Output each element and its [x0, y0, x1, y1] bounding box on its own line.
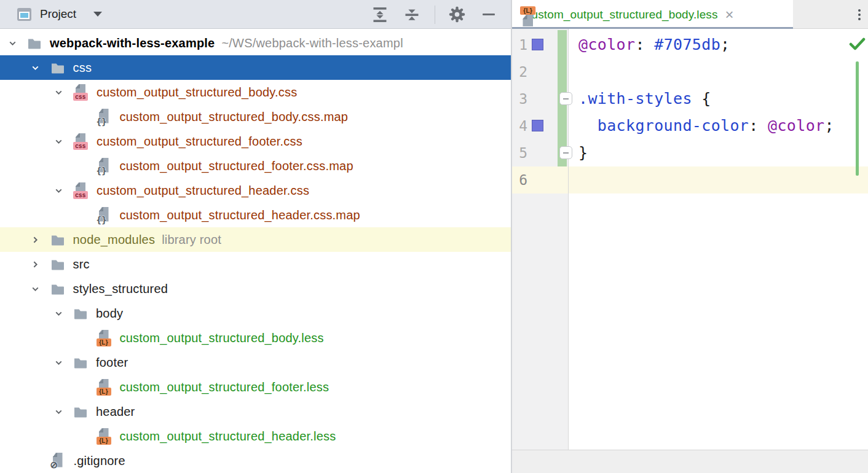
chevron-spacer — [74, 429, 89, 444]
tree-item-custom-output-structured-footer-css-map[interactable]: {}custom_output_structured_footer.css.ma… — [0, 154, 511, 178]
code-line-6[interactable] — [512, 166, 868, 194]
folder-icon — [73, 356, 87, 369]
tab-custom-output-structured-body-less[interactable]: {L} custom_output_structured_body.less × — [512, 0, 793, 29]
chevron-down-icon[interactable] — [51, 404, 66, 419]
chevron-down-icon[interactable] — [93, 12, 102, 17]
tree-item-label: header — [96, 405, 135, 419]
tree-item-label: body — [96, 307, 123, 321]
chevron-down-icon[interactable] — [51, 355, 66, 370]
project-window-icon — [17, 8, 31, 21]
project-tree: webpack-with-less-example~/WS/webpack-wi… — [0, 29, 511, 473]
code-token: @color — [768, 117, 824, 135]
folder-icon — [50, 233, 65, 246]
tree-item-label: custom_output_structured_header.css.map — [120, 208, 360, 222]
tree-item-label: webpack-with-less-example — [50, 36, 215, 50]
css-file-icon: css — [73, 182, 88, 199]
panel-title: Project — [40, 7, 76, 21]
tree-item-header[interactable]: header — [0, 399, 511, 424]
folder-icon — [27, 37, 41, 50]
close-icon[interactable]: × — [725, 9, 734, 21]
tree-item-custom-output-structured-header-css[interactable]: csscustom_output_structured_header.css — [0, 178, 511, 203]
code-token: #7075db — [654, 36, 720, 53]
tree-item-footer[interactable]: footer — [0, 350, 511, 375]
tree-item-label: custom_output_structured_body.css — [97, 85, 297, 100]
code-line-1[interactable]: @color: #7075db; — [512, 31, 868, 58]
code-token: : — [635, 36, 654, 53]
chevron-down-icon[interactable] — [28, 281, 43, 296]
tree-item-custom-output-structured-footer-css[interactable]: csscustom_output_structured_footer.css — [0, 129, 511, 154]
tab-label: custom_output_structured_body.less — [526, 8, 718, 22]
tree-item-label: custom_output_structured_body.less — [120, 331, 324, 345]
panel-splitter[interactable] — [511, 0, 512, 473]
chevron-spacer — [28, 453, 43, 468]
sourcemap-file-icon: {} — [97, 158, 111, 174]
project-tool-window: Project — [0, 0, 511, 473]
less-file-icon: {L} — [97, 428, 111, 445]
library-root-badge: library root — [162, 233, 221, 247]
tree-item-label: custom_output_structured_header.css — [97, 184, 309, 198]
css-file-icon: css — [73, 84, 88, 101]
toolbar-divider — [435, 6, 435, 24]
ide-window: Project — [0, 0, 868, 473]
chevron-spacer — [74, 380, 89, 394]
tree-item-custom-output-structured-footer-less[interactable]: {L}custom_output_structured_footer.less — [0, 375, 511, 399]
tree-item--gitignore[interactable]: ⊘.gitignore — [0, 448, 511, 473]
editor-pane: {L} custom_output_structured_body.less ×… — [512, 0, 868, 473]
tree-item-styles-structured[interactable]: styles_structured — [0, 276, 511, 301]
tree-item-label: css — [73, 61, 92, 75]
tree-item-label: custom_output_structured_footer.css — [97, 135, 302, 149]
hide-panel-button[interactable] — [479, 6, 498, 24]
tree-item-custom-output-structured-body-css[interactable]: csscustom_output_structured_body.css — [0, 80, 511, 104]
fold-marker-line-5[interactable] — [559, 146, 572, 159]
tree-item-label: styles_structured — [73, 282, 168, 296]
chevron-spacer — [74, 208, 89, 222]
tree-item-css[interactable]: css — [0, 55, 511, 80]
panel-toolbar — [371, 0, 511, 29]
project-view-selector[interactable]: Project — [0, 0, 106, 28]
chevron-spacer — [74, 158, 89, 173]
less-file-icon: {L} — [97, 379, 111, 396]
sourcemap-file-icon: {} — [97, 207, 111, 224]
tree-item-label: src — [73, 257, 90, 272]
chevron-down-icon[interactable] — [51, 85, 66, 100]
tree-item-custom-output-structured-body-css-map[interactable]: {}custom_output_structured_body.css.map — [0, 104, 511, 129]
code-token: ; — [824, 117, 834, 135]
less-file-icon: {L} — [97, 330, 111, 346]
editor-options-kebab-icon[interactable] — [854, 6, 864, 24]
folder-icon — [50, 61, 65, 74]
tree-item-custom-output-structured-header-css-map[interactable]: {}custom_output_structured_header.css.ma… — [0, 203, 511, 227]
code-token: @color — [578, 36, 635, 53]
chevron-down-icon[interactable] — [28, 60, 43, 75]
chevron-down-icon[interactable] — [51, 183, 66, 198]
chevron-down-icon[interactable] — [5, 36, 20, 50]
tree-item-src[interactable]: src — [0, 252, 511, 276]
code-token — [578, 117, 598, 135]
tree-item-node-modules[interactable]: node_moduleslibrary root — [0, 227, 511, 252]
editor-body[interactable]: 123456 @color: #7075db;.with-styles { ba… — [512, 29, 868, 450]
tree-item-label: custom_output_structured_body.css.map — [120, 110, 349, 124]
css-file-icon: css — [73, 133, 88, 150]
code-token: background-color — [598, 117, 749, 135]
tree-item-webpack-with-less-example[interactable]: webpack-with-less-example~/WS/webpack-wi… — [0, 31, 511, 55]
chevron-down-icon[interactable] — [51, 306, 66, 321]
chevron-right-icon[interactable] — [28, 232, 43, 247]
chevron-right-icon[interactable] — [28, 257, 43, 272]
code-line-4[interactable]: background-color: @color; — [512, 112, 868, 139]
editor-bottom-bar — [512, 450, 868, 473]
expand-all-button[interactable] — [371, 6, 389, 24]
tree-item-custom-output-structured-body-less[interactable]: {L}custom_output_structured_body.less — [0, 326, 511, 350]
chevron-spacer — [74, 330, 89, 345]
code-token: { — [692, 90, 711, 108]
project-panel-header: Project — [0, 0, 511, 29]
code-token: : — [749, 117, 768, 135]
tree-item-custom-output-structured-header-less[interactable]: {L}custom_output_structured_header.less — [0, 424, 511, 448]
tree-item-label: node_modules — [73, 233, 156, 247]
fold-marker-line-3[interactable] — [559, 92, 572, 105]
tree-item-body[interactable]: body — [0, 301, 511, 326]
chevron-down-icon[interactable] — [51, 134, 66, 149]
folder-icon — [50, 258, 65, 271]
settings-gear-icon[interactable] — [448, 6, 466, 24]
tree-item-label: custom_output_structured_footer.less — [120, 380, 329, 394]
collapse-all-button[interactable] — [403, 6, 421, 24]
code-line-2[interactable] — [512, 58, 868, 85]
